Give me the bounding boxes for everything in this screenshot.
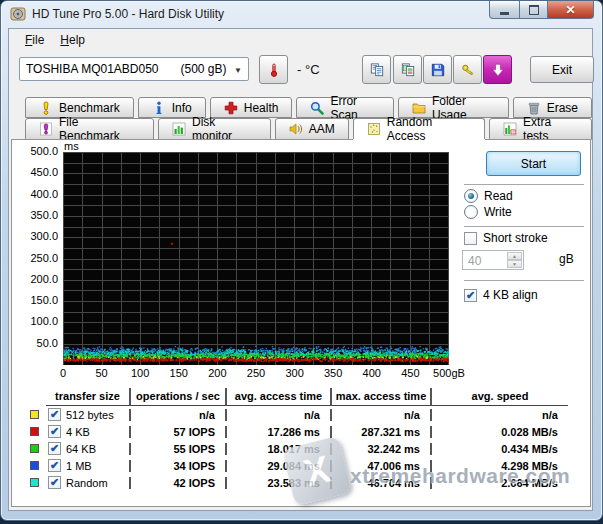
y-axis-unit: ms [64, 140, 79, 152]
read-label: Read [484, 189, 513, 203]
temperature-value: - °C [297, 62, 320, 77]
y-tick-label: 50.0 [12, 337, 58, 349]
value-cell: n/a [430, 409, 568, 421]
y-tick-label: 500.0 [12, 145, 58, 157]
minimize-button[interactable] [489, 1, 520, 19]
legend-color-swatch [30, 444, 39, 453]
column-header-max-access-time: max. access time [330, 388, 430, 406]
benchmark-icon [39, 101, 53, 115]
tab-file-benchmark[interactable]: File Benchmark [25, 118, 154, 140]
spinner-up-icon[interactable]: ▲ [507, 252, 522, 260]
tab-error-scan[interactable]: Error Scan [296, 97, 394, 118]
column-header-avg-speed: avg. speed [430, 388, 568, 406]
drive-select[interactable]: TOSHIBA MQ01ABD050 (500 gB) ▼ [19, 57, 249, 81]
y-tick-label: 200.0 [12, 273, 58, 285]
tab-aam[interactable]: AAM [275, 118, 349, 140]
series-checkbox-512-bytes[interactable]: ✔ [48, 408, 61, 421]
value-cell: 42 IOPS [129, 477, 225, 489]
series-checkbox-1-mb[interactable]: ✔ [48, 459, 61, 472]
write-radio[interactable] [464, 205, 478, 219]
read-radio[interactable] [464, 189, 478, 203]
tab-extra-tests[interactable]: Extra tests [489, 118, 592, 140]
read-option[interactable]: Read [464, 189, 513, 203]
tab-row-2: File BenchmarkDisk monitorAAMRandom Acce… [25, 118, 592, 140]
window-title: HD Tune Pro 5.00 - Hard Disk Utility [32, 1, 224, 28]
info-icon [152, 101, 166, 115]
random-access-page: ms 500.0450.0400.0350.0300.0250.0200.015… [11, 139, 591, 507]
download-button[interactable] [483, 55, 512, 84]
value-cell: 17.286 ms [225, 426, 330, 438]
value-cell: n/a [225, 409, 330, 421]
tab-label: Health [244, 101, 279, 115]
series-checkbox-64-kb[interactable]: ✔ [48, 442, 61, 455]
tab-random-access[interactable]: Random Access [353, 118, 485, 139]
value-cell: 0.434 MB/s [430, 443, 568, 455]
legend-color-swatch [30, 410, 39, 419]
value-cell: 55 IOPS [129, 443, 225, 455]
menu-file[interactable]: File [17, 31, 52, 49]
table-row-512-bytes: ✔512 bytesn/an/an/an/a [46, 406, 568, 423]
drive-model: TOSHIBA MQ01ABD050 [26, 62, 159, 76]
y-tick-label: 150.0 [12, 294, 58, 306]
value-cell: 32.242 ms [330, 443, 430, 455]
tab-label: Erase [547, 101, 578, 115]
column-header-avg-access-time: avg. access time [225, 388, 330, 406]
table-row-4-kb: ✔4 KB57 IOPS17.286 ms287.321 ms0.028 MB/… [46, 423, 568, 440]
close-button[interactable]: ✕ [548, 1, 594, 19]
table-row-random: ✔Random42 IOPS23.583 ms46.704 ms2.664 MB… [46, 474, 568, 491]
align-label: 4 KB align [483, 288, 538, 302]
series-label: 1 MB [66, 460, 92, 472]
chevron-down-icon: ▼ [234, 66, 242, 75]
toolbar: TOSHIBA MQ01ABD050 (500 gB) ▼ - °C Exit [9, 51, 592, 95]
value-cell: 34 IOPS [129, 460, 225, 472]
y-tick-label: 400.0 [12, 188, 58, 200]
short-stroke-checkbox[interactable] [464, 232, 477, 245]
aam-icon [289, 122, 303, 136]
copy-text-button[interactable] [362, 55, 391, 84]
copy-image-button[interactable] [393, 55, 422, 84]
save-screenshot-button[interactable] [423, 55, 452, 84]
align-option[interactable]: ✔ 4 KB align [464, 288, 538, 302]
align-checkbox[interactable]: ✔ [464, 289, 477, 302]
short-stroke-size-spinner[interactable]: 40 ▲ ▼ [462, 250, 524, 270]
write-option[interactable]: Write [464, 205, 512, 219]
value-cell: 2.664 MB/s [430, 477, 568, 489]
temperature-button[interactable] [259, 55, 288, 84]
random-access-icon [367, 122, 381, 136]
divider [464, 226, 584, 227]
random-access-chart [63, 152, 449, 365]
spinner-unit-label: gB [559, 252, 574, 266]
title-bar[interactable]: HD Tune Pro 5.00 - Hard Disk Utility ✕ [1, 1, 602, 28]
series-checkbox-4-kb[interactable]: ✔ [48, 425, 61, 438]
spinner-value: 40 [468, 254, 481, 268]
write-label: Write [484, 205, 512, 219]
table-header: transfer sizeoperations / secavg. access… [46, 388, 568, 406]
series-checkbox-random[interactable]: ✔ [48, 476, 61, 489]
restore-icon [529, 5, 539, 15]
spinner-down-icon[interactable]: ▼ [507, 260, 522, 268]
thermometer-icon [267, 63, 281, 77]
save-icon [431, 63, 445, 77]
series-label: Random [66, 477, 108, 489]
health-icon [224, 101, 238, 115]
menu-help[interactable]: Help [52, 31, 93, 49]
short-stroke-option[interactable]: Short stroke [464, 231, 548, 245]
y-tick-label: 350.0 [12, 209, 58, 221]
short-stroke-label: Short stroke [483, 231, 548, 245]
tab-label: Info [172, 101, 192, 115]
restore-button[interactable] [520, 1, 548, 19]
tab-disk-monitor[interactable]: Disk monitor [158, 118, 271, 140]
legend-color-swatch [30, 461, 39, 470]
column-header-operations-sec: operations / sec [129, 388, 225, 406]
value-cell: n/a [330, 409, 430, 421]
app-window: HD Tune Pro 5.00 - Hard Disk Utility ✕ F… [0, 0, 603, 521]
keys-button[interactable] [453, 55, 482, 84]
y-tick-label: 450.0 [12, 166, 58, 178]
start-button[interactable]: Start [486, 151, 581, 176]
menu-bar: File Help [9, 29, 592, 51]
exit-button[interactable]: Exit [530, 56, 594, 83]
tab-label: Random Access [387, 115, 471, 143]
table-body: ✔512 bytesn/an/an/an/a✔4 KB57 IOPS17.286… [46, 406, 568, 491]
erase-icon [527, 101, 541, 115]
value-cell: 57 IOPS [129, 426, 225, 438]
